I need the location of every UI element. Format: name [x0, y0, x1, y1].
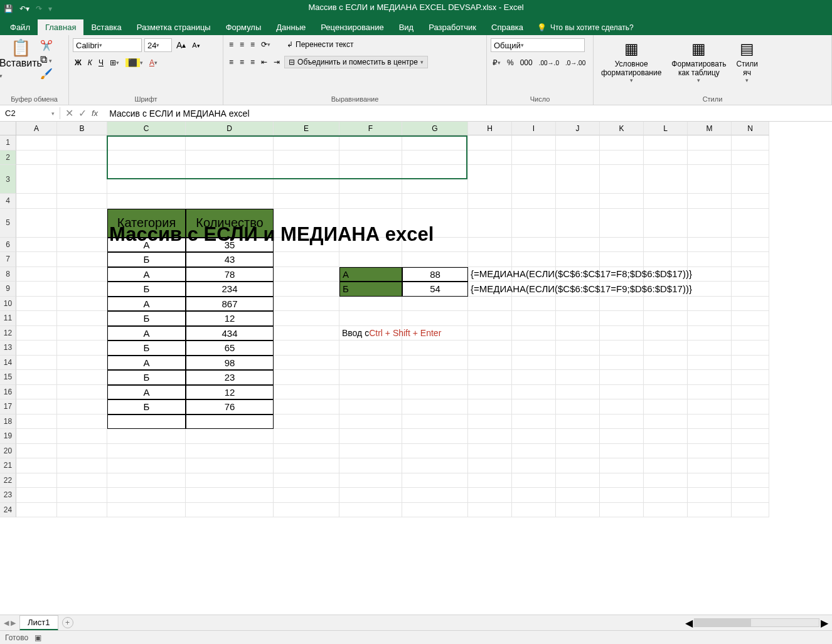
cell-H9[interactable]: {=МЕДИАНА(ЕСЛИ($C$6:$C$17=F9;$D$6:$D$17)…	[468, 282, 512, 297]
cell-L20[interactable]	[644, 444, 688, 459]
cell-L16[interactable]	[644, 385, 688, 400]
row-header-24[interactable]: 24	[0, 503, 16, 518]
col-header-F[interactable]: F	[339, 122, 402, 135]
cell-B2[interactable]	[57, 150, 107, 166]
cell-G20[interactable]	[402, 444, 468, 459]
cell-K11[interactable]	[600, 311, 644, 326]
cell-F15[interactable]	[339, 370, 402, 385]
cell-H16[interactable]	[468, 385, 512, 400]
row-header-23[interactable]: 23	[0, 488, 16, 503]
cell-H10[interactable]	[468, 297, 512, 312]
cell-B22[interactable]	[57, 473, 107, 488]
cell-I13[interactable]	[512, 340, 556, 356]
cell-C2[interactable]	[107, 150, 186, 166]
cell-D3[interactable]	[186, 165, 274, 194]
cell-L2[interactable]	[644, 150, 688, 166]
cell-C20[interactable]	[107, 444, 186, 459]
cell-I15[interactable]	[512, 370, 556, 385]
cell-K3[interactable]	[600, 165, 644, 194]
cell-G14[interactable]	[402, 356, 468, 371]
cell-A5[interactable]	[16, 209, 57, 238]
cell-L12[interactable]	[644, 326, 688, 341]
cell-C10[interactable]: А	[107, 297, 186, 312]
cell-K20[interactable]	[600, 444, 644, 459]
col-header-D[interactable]: D	[186, 122, 274, 135]
cell-F19[interactable]	[339, 429, 402, 444]
cell-F2[interactable]	[339, 150, 402, 166]
cell-N2[interactable]	[732, 150, 769, 166]
align-center-icon[interactable]: ≡	[238, 56, 246, 68]
cell-K10[interactable]	[600, 297, 644, 312]
cell-B5[interactable]	[57, 209, 107, 238]
confirm-icon[interactable]: ✓	[78, 107, 87, 119]
cell-M4[interactable]	[688, 194, 732, 209]
cell-L19[interactable]	[644, 429, 688, 444]
cell-B24[interactable]	[57, 503, 107, 518]
cell-J18[interactable]	[556, 414, 600, 430]
cell-C3[interactable]	[107, 165, 186, 194]
col-header-N[interactable]: N	[732, 122, 769, 135]
font-size-select[interactable]: 24	[144, 38, 172, 52]
cell-I23[interactable]	[512, 488, 556, 503]
cut-icon[interactable]: ✂️	[40, 40, 53, 51]
cell-F4[interactable]	[339, 194, 402, 209]
cell-E17[interactable]	[274, 399, 339, 414]
cell-E9[interactable]	[274, 282, 339, 297]
cell-I18[interactable]	[512, 414, 556, 430]
cell-J22[interactable]	[556, 473, 600, 488]
tab-help[interactable]: Справка	[484, 19, 531, 35]
row-header-3[interactable]: 3	[0, 165, 16, 194]
cell-A21[interactable]	[16, 458, 57, 473]
cell-C19[interactable]	[107, 429, 186, 444]
cell-H18[interactable]	[468, 414, 512, 430]
cell-A3[interactable]	[16, 165, 57, 194]
cell-E4[interactable]	[274, 194, 339, 209]
cell-K4[interactable]	[600, 194, 644, 209]
cell-N10[interactable]	[732, 297, 769, 312]
cell-A7[interactable]	[16, 252, 57, 267]
formula-bar[interactable]: Массив с ЕСЛИ и МЕДИАНА excel	[103, 107, 832, 120]
col-header-H[interactable]: H	[468, 122, 512, 135]
cell-D15[interactable]: 23	[186, 370, 274, 385]
decrease-font-icon[interactable]: A▾	[190, 40, 201, 50]
cell-B7[interactable]	[57, 252, 107, 267]
dec-decimal-icon[interactable]: .0→.00	[563, 58, 587, 68]
cell-L14[interactable]	[644, 356, 688, 371]
row-header-12[interactable]: 12	[0, 326, 16, 341]
cell-N7[interactable]	[732, 252, 769, 267]
cell-K14[interactable]	[600, 356, 644, 371]
cell-H24[interactable]	[468, 503, 512, 518]
row-header-8[interactable]: 8	[0, 267, 16, 282]
cell-I22[interactable]	[512, 473, 556, 488]
currency-icon[interactable]: ₽	[491, 57, 503, 68]
cell-E11[interactable]	[274, 311, 339, 326]
cell-K18[interactable]	[600, 414, 644, 430]
cell-N11[interactable]	[732, 311, 769, 326]
cell-G3[interactable]	[402, 165, 468, 194]
cell-L13[interactable]	[644, 340, 688, 356]
cell-E5[interactable]	[274, 209, 339, 238]
cell-H8[interactable]: {=МЕДИАНА(ЕСЛИ($C$6:$C$17=F8;$D$6:$D$17)…	[468, 267, 512, 282]
col-header-B[interactable]: B	[57, 122, 107, 135]
cell-A22[interactable]	[16, 473, 57, 488]
cell-F12[interactable]: Ввод с Ctrl + Shift + Enter	[339, 326, 402, 341]
cell-F10[interactable]	[339, 297, 402, 312]
border-button[interactable]: ⊞	[108, 57, 121, 68]
cell-L22[interactable]	[644, 473, 688, 488]
select-all-corner[interactable]	[0, 122, 16, 135]
cell-L6[interactable]	[644, 238, 688, 253]
name-box[interactable]: C2 ▾	[0, 107, 60, 119]
cell-K6[interactable]	[600, 238, 644, 253]
cell-I14[interactable]	[512, 356, 556, 371]
cell-D4[interactable]	[186, 194, 274, 209]
row-header-20[interactable]: 20	[0, 444, 16, 459]
save-icon[interactable]: 💾	[4, 4, 13, 13]
cell-E16[interactable]	[274, 385, 339, 400]
cell-M19[interactable]	[688, 429, 732, 444]
cell-L7[interactable]	[644, 252, 688, 267]
row-header-5[interactable]: 5	[0, 209, 16, 238]
cell-C22[interactable]	[107, 473, 186, 488]
cell-N9[interactable]	[732, 282, 769, 297]
cell-M9[interactable]	[688, 282, 732, 297]
cell-B6[interactable]	[57, 238, 107, 253]
